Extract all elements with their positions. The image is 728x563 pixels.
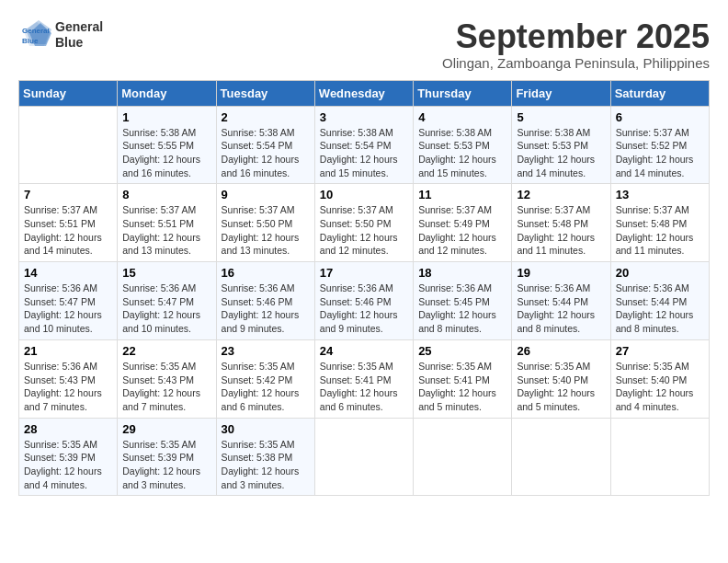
col-header-thursday: Thursday	[414, 80, 512, 106]
day-number: 3	[320, 110, 408, 124]
day-number: 25	[418, 344, 506, 358]
day-number: 11	[418, 188, 506, 201]
logo-text-general: General	[55, 19, 103, 35]
col-header-sunday: Sunday	[19, 80, 118, 106]
logo-text-blue: Blue	[55, 35, 103, 51]
calendar-cell: 17Sunrise: 5:36 AMSunset: 5:46 PMDayligh…	[314, 262, 413, 340]
calendar-cell	[414, 418, 512, 496]
calendar-cell: 11Sunrise: 5:37 AMSunset: 5:49 PMDayligh…	[414, 184, 512, 262]
day-number: 2	[222, 110, 310, 124]
calendar-table: SundayMondayTuesdayWednesdayThursdayFrid…	[18, 80, 710, 497]
calendar-week-5: 28Sunrise: 5:35 AMSunset: 5:39 PMDayligh…	[19, 418, 710, 496]
calendar-cell: 9Sunrise: 5:37 AMSunset: 5:50 PMDaylight…	[216, 184, 314, 262]
day-info: Sunrise: 5:35 AMSunset: 5:42 PMDaylight:…	[222, 360, 310, 414]
calendar-week-1: 1Sunrise: 5:38 AMSunset: 5:55 PMDaylight…	[19, 106, 710, 184]
calendar-cell: 20Sunrise: 5:36 AMSunset: 5:44 PMDayligh…	[610, 262, 709, 340]
calendar-cell: 13Sunrise: 5:37 AMSunset: 5:48 PMDayligh…	[610, 184, 709, 262]
calendar-cell: 16Sunrise: 5:36 AMSunset: 5:46 PMDayligh…	[216, 262, 314, 340]
title-block: September 2025 Olingan, Zamboanga Penins…	[442, 18, 710, 71]
day-info: Sunrise: 5:36 AMSunset: 5:46 PMDaylight:…	[222, 282, 310, 336]
page-header: General Blue General Blue September 2025…	[18, 18, 710, 71]
col-header-tuesday: Tuesday	[216, 80, 314, 106]
day-info: Sunrise: 5:38 AMSunset: 5:53 PMDaylight:…	[418, 126, 506, 180]
day-number: 10	[320, 188, 408, 201]
day-info: Sunrise: 5:36 AMSunset: 5:46 PMDaylight:…	[320, 282, 408, 336]
calendar-cell	[610, 418, 709, 496]
calendar-cell: 27Sunrise: 5:35 AMSunset: 5:40 PMDayligh…	[610, 339, 709, 418]
calendar-cell: 30Sunrise: 5:35 AMSunset: 5:38 PMDayligh…	[216, 418, 314, 496]
col-header-monday: Monday	[118, 80, 216, 106]
calendar-cell: 12Sunrise: 5:37 AMSunset: 5:48 PMDayligh…	[512, 184, 610, 262]
calendar-cell: 1Sunrise: 5:38 AMSunset: 5:55 PMDaylight…	[118, 106, 216, 184]
day-info: Sunrise: 5:37 AMSunset: 5:48 PMDaylight:…	[517, 203, 605, 258]
day-number: 13	[616, 188, 704, 201]
day-info: Sunrise: 5:36 AMSunset: 5:45 PMDaylight:…	[418, 282, 506, 336]
calendar-cell: 4Sunrise: 5:38 AMSunset: 5:53 PMDaylight…	[414, 106, 512, 184]
calendar-cell	[512, 418, 610, 496]
day-info: Sunrise: 5:35 AMSunset: 5:41 PMDaylight:…	[418, 360, 506, 414]
calendar-cell: 29Sunrise: 5:35 AMSunset: 5:39 PMDayligh…	[118, 418, 216, 496]
calendar-cell: 14Sunrise: 5:36 AMSunset: 5:47 PMDayligh…	[19, 262, 118, 340]
day-number: 27	[616, 344, 704, 358]
day-info: Sunrise: 5:38 AMSunset: 5:55 PMDaylight:…	[122, 126, 210, 180]
day-number: 24	[320, 344, 408, 358]
day-info: Sunrise: 5:35 AMSunset: 5:43 PMDaylight:…	[122, 360, 210, 414]
logo: General Blue General Blue	[18, 18, 103, 52]
day-info: Sunrise: 5:36 AMSunset: 5:43 PMDaylight:…	[24, 360, 112, 414]
day-number: 29	[122, 422, 210, 436]
day-number: 30	[222, 422, 310, 436]
day-number: 12	[517, 188, 605, 201]
location-subtitle: Olingan, Zamboanga Peninsula, Philippine…	[442, 55, 710, 71]
calendar-week-2: 7Sunrise: 5:37 AMSunset: 5:51 PMDaylight…	[19, 184, 710, 262]
day-info: Sunrise: 5:35 AMSunset: 5:39 PMDaylight:…	[24, 438, 112, 492]
day-number: 20	[616, 266, 704, 280]
logo-icon: General Blue	[18, 18, 51, 52]
day-number: 21	[24, 344, 112, 358]
day-info: Sunrise: 5:36 AMSunset: 5:47 PMDaylight:…	[122, 282, 210, 336]
calendar-cell	[19, 106, 118, 184]
day-info: Sunrise: 5:36 AMSunset: 5:47 PMDaylight:…	[24, 282, 112, 336]
day-number: 1	[122, 110, 210, 124]
day-number: 19	[517, 266, 605, 280]
day-info: Sunrise: 5:37 AMSunset: 5:51 PMDaylight:…	[24, 203, 112, 258]
calendar-cell: 23Sunrise: 5:35 AMSunset: 5:42 PMDayligh…	[216, 339, 314, 418]
day-info: Sunrise: 5:35 AMSunset: 5:40 PMDaylight:…	[616, 360, 704, 414]
day-info: Sunrise: 5:38 AMSunset: 5:53 PMDaylight:…	[517, 126, 605, 180]
calendar-cell: 25Sunrise: 5:35 AMSunset: 5:41 PMDayligh…	[414, 339, 512, 418]
calendar-cell: 7Sunrise: 5:37 AMSunset: 5:51 PMDaylight…	[19, 184, 118, 262]
day-number: 15	[122, 266, 210, 280]
day-info: Sunrise: 5:37 AMSunset: 5:50 PMDaylight:…	[222, 203, 310, 258]
day-number: 8	[122, 188, 210, 201]
calendar-cell: 3Sunrise: 5:38 AMSunset: 5:54 PMDaylight…	[314, 106, 413, 184]
day-number: 22	[122, 344, 210, 358]
day-number: 16	[222, 266, 310, 280]
day-info: Sunrise: 5:37 AMSunset: 5:49 PMDaylight:…	[418, 203, 506, 258]
day-info: Sunrise: 5:35 AMSunset: 5:40 PMDaylight:…	[517, 360, 605, 414]
calendar-cell: 24Sunrise: 5:35 AMSunset: 5:41 PMDayligh…	[314, 339, 413, 418]
svg-text:General: General	[22, 27, 50, 35]
day-info: Sunrise: 5:38 AMSunset: 5:54 PMDaylight:…	[320, 126, 408, 180]
calendar-cell: 22Sunrise: 5:35 AMSunset: 5:43 PMDayligh…	[118, 339, 216, 418]
day-number: 23	[222, 344, 310, 358]
calendar-week-3: 14Sunrise: 5:36 AMSunset: 5:47 PMDayligh…	[19, 262, 710, 340]
day-info: Sunrise: 5:37 AMSunset: 5:52 PMDaylight:…	[616, 126, 704, 180]
day-number: 4	[418, 110, 506, 124]
day-info: Sunrise: 5:37 AMSunset: 5:50 PMDaylight:…	[320, 203, 408, 258]
calendar-cell: 6Sunrise: 5:37 AMSunset: 5:52 PMDaylight…	[610, 106, 709, 184]
day-number: 17	[320, 266, 408, 280]
calendar-cell: 2Sunrise: 5:38 AMSunset: 5:54 PMDaylight…	[216, 106, 314, 184]
day-info: Sunrise: 5:36 AMSunset: 5:44 PMDaylight:…	[616, 282, 704, 336]
calendar-cell: 21Sunrise: 5:36 AMSunset: 5:43 PMDayligh…	[19, 339, 118, 418]
day-info: Sunrise: 5:35 AMSunset: 5:41 PMDaylight:…	[320, 360, 408, 414]
day-number: 5	[517, 110, 605, 124]
day-info: Sunrise: 5:35 AMSunset: 5:38 PMDaylight:…	[222, 438, 310, 492]
day-number: 9	[222, 188, 310, 201]
day-number: 18	[418, 266, 506, 280]
day-info: Sunrise: 5:37 AMSunset: 5:48 PMDaylight:…	[616, 203, 704, 258]
calendar-cell: 28Sunrise: 5:35 AMSunset: 5:39 PMDayligh…	[19, 418, 118, 496]
day-info: Sunrise: 5:35 AMSunset: 5:39 PMDaylight:…	[122, 438, 210, 492]
day-number: 14	[24, 266, 112, 280]
calendar-week-4: 21Sunrise: 5:36 AMSunset: 5:43 PMDayligh…	[19, 339, 710, 418]
calendar-cell: 15Sunrise: 5:36 AMSunset: 5:47 PMDayligh…	[118, 262, 216, 340]
calendar-cell: 8Sunrise: 5:37 AMSunset: 5:51 PMDaylight…	[118, 184, 216, 262]
